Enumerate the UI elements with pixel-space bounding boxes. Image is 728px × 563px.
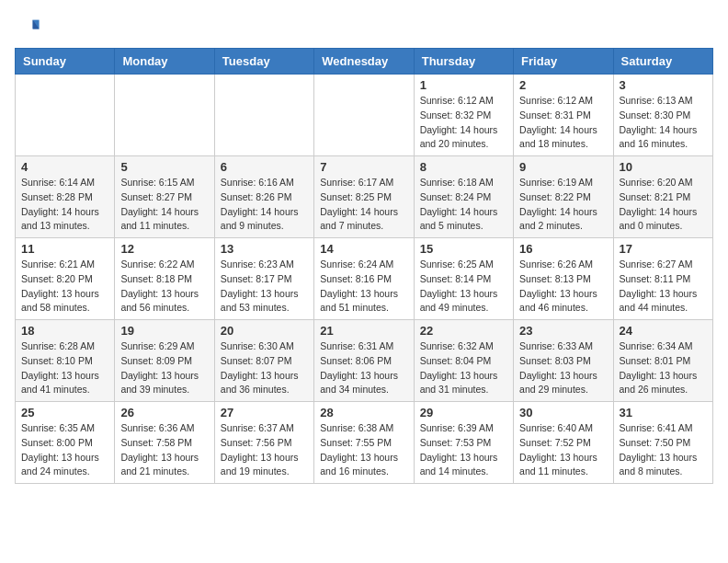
calendar-cell: 10Sunrise: 6:20 AMSunset: 8:21 PMDayligh…	[613, 156, 712, 238]
day-number: 24	[620, 324, 707, 338]
day-info: Sunrise: 6:29 AMSunset: 8:09 PMDaylight:…	[120, 339, 208, 397]
calendar-cell: 5Sunrise: 6:15 AMSunset: 8:27 PMDaylight…	[115, 156, 214, 238]
day-number: 3	[620, 78, 707, 92]
calendar-cell: 22Sunrise: 6:32 AMSunset: 8:04 PMDayligh…	[414, 320, 513, 402]
calendar-table: SundayMondayTuesdayWednesdayThursdayFrid…	[15, 48, 713, 484]
calendar-cell: 24Sunrise: 6:34 AMSunset: 8:01 PMDayligh…	[613, 320, 712, 402]
day-info: Sunrise: 6:36 AMSunset: 7:58 PMDaylight:…	[120, 421, 208, 479]
day-info: Sunrise: 6:21 AMSunset: 8:20 PMDaylight:…	[21, 258, 108, 316]
day-info: Sunrise: 6:15 AMSunset: 8:27 PMDaylight:…	[120, 176, 208, 234]
calendar-week-row: 25Sunrise: 6:35 AMSunset: 8:00 PMDayligh…	[16, 402, 713, 484]
calendar-cell: 4Sunrise: 6:14 AMSunset: 8:28 PMDaylight…	[16, 156, 115, 238]
day-info: Sunrise: 6:38 AMSunset: 7:55 PMDaylight:…	[320, 421, 407, 479]
day-info: Sunrise: 6:27 AMSunset: 8:11 PMDaylight:…	[620, 258, 707, 316]
day-number: 27	[221, 406, 308, 419]
day-info: Sunrise: 6:18 AMSunset: 8:24 PMDaylight:…	[420, 176, 507, 234]
calendar-cell	[16, 75, 115, 156]
weekday-header-saturday: Saturday	[613, 49, 712, 75]
day-info: Sunrise: 6:24 AMSunset: 8:16 PMDaylight:…	[320, 258, 407, 316]
day-number: 10	[620, 160, 707, 174]
page-header	[15, 15, 713, 40]
calendar-cell: 1Sunrise: 6:12 AMSunset: 8:32 PMDaylight…	[414, 75, 513, 156]
day-info: Sunrise: 6:14 AMSunset: 8:28 PMDaylight:…	[21, 176, 108, 234]
day-info: Sunrise: 6:26 AMSunset: 8:13 PMDaylight:…	[519, 258, 607, 316]
calendar-cell	[115, 75, 214, 156]
day-number: 23	[519, 324, 607, 338]
day-number: 6	[221, 160, 308, 174]
day-number: 5	[120, 160, 208, 174]
day-number: 1	[420, 78, 507, 92]
day-info: Sunrise: 6:28 AMSunset: 8:10 PMDaylight:…	[21, 339, 108, 397]
day-number: 20	[221, 324, 308, 338]
day-number: 30	[519, 406, 607, 419]
day-info: Sunrise: 6:41 AMSunset: 7:50 PMDaylight:…	[620, 421, 707, 479]
calendar-cell: 16Sunrise: 6:26 AMSunset: 8:13 PMDayligh…	[514, 238, 613, 320]
calendar-cell: 29Sunrise: 6:39 AMSunset: 7:53 PMDayligh…	[414, 402, 513, 484]
calendar-cell: 23Sunrise: 6:33 AMSunset: 8:03 PMDayligh…	[514, 320, 613, 402]
day-info: Sunrise: 6:33 AMSunset: 8:03 PMDaylight:…	[519, 339, 607, 397]
calendar-cell: 9Sunrise: 6:19 AMSunset: 8:22 PMDaylight…	[514, 156, 613, 238]
calendar-week-row: 1Sunrise: 6:12 AMSunset: 8:32 PMDaylight…	[16, 75, 713, 156]
weekday-header-tuesday: Tuesday	[214, 49, 313, 75]
day-number: 28	[320, 406, 407, 419]
calendar-cell: 15Sunrise: 6:25 AMSunset: 8:14 PMDayligh…	[414, 238, 513, 320]
calendar-cell: 12Sunrise: 6:22 AMSunset: 8:18 PMDayligh…	[115, 238, 214, 320]
day-info: Sunrise: 6:22 AMSunset: 8:18 PMDaylight:…	[120, 258, 208, 316]
calendar-cell: 26Sunrise: 6:36 AMSunset: 7:58 PMDayligh…	[115, 402, 214, 484]
day-number: 25	[21, 406, 108, 419]
day-info: Sunrise: 6:23 AMSunset: 8:17 PMDaylight:…	[221, 258, 308, 316]
day-info: Sunrise: 6:37 AMSunset: 7:56 PMDaylight:…	[221, 421, 308, 479]
day-number: 9	[519, 160, 607, 174]
day-number: 16	[519, 242, 607, 256]
day-info: Sunrise: 6:12 AMSunset: 8:32 PMDaylight:…	[420, 94, 507, 152]
calendar-cell: 14Sunrise: 6:24 AMSunset: 8:16 PMDayligh…	[314, 238, 414, 320]
calendar-cell: 18Sunrise: 6:28 AMSunset: 8:10 PMDayligh…	[16, 320, 115, 402]
weekday-header-thursday: Thursday	[414, 49, 513, 75]
calendar-cell: 7Sunrise: 6:17 AMSunset: 8:25 PMDaylight…	[314, 156, 414, 238]
day-info: Sunrise: 6:16 AMSunset: 8:26 PMDaylight:…	[221, 176, 308, 234]
day-number: 18	[21, 324, 108, 338]
calendar-cell: 28Sunrise: 6:38 AMSunset: 7:55 PMDayligh…	[314, 402, 414, 484]
calendar-cell: 6Sunrise: 6:16 AMSunset: 8:26 PMDaylight…	[214, 156, 313, 238]
calendar-cell: 27Sunrise: 6:37 AMSunset: 7:56 PMDayligh…	[214, 402, 313, 484]
day-number: 21	[320, 324, 407, 338]
day-number: 12	[120, 242, 208, 256]
day-info: Sunrise: 6:32 AMSunset: 8:04 PMDaylight:…	[420, 339, 507, 397]
calendar-cell: 8Sunrise: 6:18 AMSunset: 8:24 PMDaylight…	[414, 156, 513, 238]
calendar-cell: 17Sunrise: 6:27 AMSunset: 8:11 PMDayligh…	[613, 238, 712, 320]
calendar-cell: 13Sunrise: 6:23 AMSunset: 8:17 PMDayligh…	[214, 238, 313, 320]
day-number: 11	[21, 242, 108, 256]
calendar-cell: 25Sunrise: 6:35 AMSunset: 8:00 PMDayligh…	[16, 402, 115, 484]
day-number: 2	[519, 78, 607, 92]
calendar-week-row: 4Sunrise: 6:14 AMSunset: 8:28 PMDaylight…	[16, 156, 713, 238]
calendar-cell: 19Sunrise: 6:29 AMSunset: 8:09 PMDayligh…	[115, 320, 214, 402]
calendar-cell	[214, 75, 313, 156]
weekday-header-monday: Monday	[115, 49, 214, 75]
calendar-cell: 30Sunrise: 6:40 AMSunset: 7:52 PMDayligh…	[514, 402, 613, 484]
calendar-cell: 21Sunrise: 6:31 AMSunset: 8:06 PMDayligh…	[314, 320, 414, 402]
calendar-cell: 11Sunrise: 6:21 AMSunset: 8:20 PMDayligh…	[16, 238, 115, 320]
day-info: Sunrise: 6:40 AMSunset: 7:52 PMDaylight:…	[519, 421, 607, 479]
day-number: 31	[620, 406, 707, 419]
day-number: 22	[420, 324, 507, 338]
day-number: 15	[420, 242, 507, 256]
calendar-week-row: 11Sunrise: 6:21 AMSunset: 8:20 PMDayligh…	[16, 238, 713, 320]
day-info: Sunrise: 6:35 AMSunset: 8:00 PMDaylight:…	[21, 421, 108, 479]
weekday-header-wednesday: Wednesday	[314, 49, 414, 75]
day-info: Sunrise: 6:30 AMSunset: 8:07 PMDaylight:…	[221, 339, 308, 397]
day-info: Sunrise: 6:31 AMSunset: 8:06 PMDaylight:…	[320, 339, 407, 397]
calendar-cell: 3Sunrise: 6:13 AMSunset: 8:30 PMDaylight…	[613, 75, 712, 156]
weekday-header-row: SundayMondayTuesdayWednesdayThursdayFrid…	[16, 49, 713, 75]
day-number: 4	[21, 160, 108, 174]
day-number: 19	[120, 324, 208, 338]
day-info: Sunrise: 6:20 AMSunset: 8:21 PMDaylight:…	[620, 176, 707, 234]
calendar-cell	[314, 75, 414, 156]
day-number: 17	[620, 242, 707, 256]
day-number: 26	[120, 406, 208, 419]
calendar-cell: 20Sunrise: 6:30 AMSunset: 8:07 PMDayligh…	[214, 320, 313, 402]
logo	[15, 15, 44, 40]
day-info: Sunrise: 6:34 AMSunset: 8:01 PMDaylight:…	[620, 339, 707, 397]
calendar-cell: 2Sunrise: 6:12 AMSunset: 8:31 PMDaylight…	[514, 75, 613, 156]
day-info: Sunrise: 6:17 AMSunset: 8:25 PMDaylight:…	[320, 176, 407, 234]
day-number: 13	[221, 242, 308, 256]
